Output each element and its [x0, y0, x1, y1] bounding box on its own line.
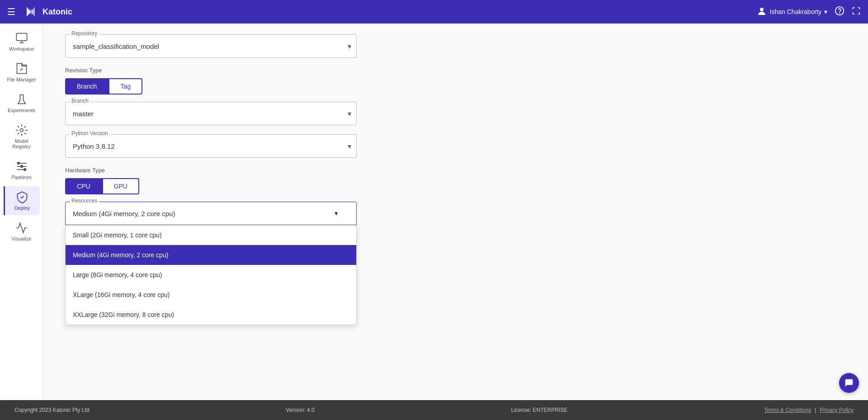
- fullscreen-icon[interactable]: [852, 6, 861, 18]
- experiments-icon: [15, 93, 28, 106]
- footer-links: Terms & Conditions | Privacy Policy: [764, 407, 854, 413]
- user-menu[interactable]: Ishan Chakraborty ▾: [756, 6, 827, 18]
- sidebar-item-pipelines[interactable]: Pipelines: [4, 156, 40, 184]
- katonic-logo-icon: [23, 4, 39, 20]
- sidebar-item-experiments[interactable]: Experiments: [4, 89, 40, 118]
- main-layout: Workspace File Manager Experiments Model…: [0, 24, 868, 400]
- branch-select-wrapper: master ▾: [65, 102, 357, 125]
- branch-button[interactable]: Branch: [65, 78, 108, 94]
- footer-separator: |: [815, 407, 816, 413]
- footer-version: Version: 4.0: [286, 407, 314, 413]
- gpu-button[interactable]: GPU: [102, 178, 139, 194]
- cpu-button[interactable]: CPU: [65, 178, 102, 194]
- user-avatar-icon: [756, 6, 767, 18]
- sidebar-label-pipelines: Pipelines: [11, 175, 32, 180]
- sidebar-label-visualize: Visualize: [12, 236, 32, 241]
- logo-text: Katonic: [42, 7, 72, 17]
- sidebar-label-model-registry: Model Registry: [5, 138, 38, 149]
- monitor-icon: [15, 32, 28, 44]
- resources-option-xxlarge[interactable]: XXLarge (32Gi memory, 8 core cpu): [66, 305, 356, 325]
- user-dropdown-icon: ▾: [824, 8, 827, 15]
- resources-dropdown-container: Resources Medium (4Gi memory, 2 core cpu…: [65, 202, 357, 225]
- hamburger-menu-icon[interactable]: ☰: [7, 6, 15, 17]
- sidebar-item-visualize[interactable]: Visualize: [4, 217, 40, 246]
- footer-copyright: Copyright 2023 Katonic Pty Ltd: [14, 407, 89, 413]
- branch-label: Branch: [70, 98, 90, 104]
- user-name: Ishan Chakraborty: [770, 8, 821, 15]
- resources-option-large[interactable]: Large (8Gi memory, 4 core cpu): [66, 265, 356, 285]
- resources-option-small[interactable]: Small (2Gi memory, 1 core cpu): [66, 225, 356, 245]
- svg-point-0: [760, 8, 764, 11]
- sidebar-label-experiments: Experiments: [8, 108, 35, 113]
- svg-point-5: [20, 129, 23, 132]
- topnav-logo: Katonic: [23, 4, 72, 20]
- privacy-link[interactable]: Privacy Policy: [820, 407, 854, 413]
- repository-group: Repository sample_classification_model ▾: [65, 34, 357, 58]
- chat-icon: [844, 378, 854, 388]
- branch-group: Branch master ▾: [65, 102, 357, 125]
- sidebar-item-workspace[interactable]: Workspace: [4, 27, 40, 56]
- sidebar-item-file-manager[interactable]: File Manager: [4, 58, 40, 87]
- resources-selected[interactable]: Medium (4Gi memory, 2 core cpu) ▾: [65, 202, 357, 225]
- resources-label: Resources: [70, 198, 99, 204]
- main-content: Repository sample_classification_model ▾…: [43, 24, 868, 400]
- sidebar-item-deploy[interactable]: Deploy: [4, 186, 40, 215]
- footer: Copyright 2023 Katonic Pty Ltd Version: …: [0, 400, 868, 420]
- sidebar: Workspace File Manager Experiments Model…: [0, 24, 43, 400]
- resources-option-medium[interactable]: Medium (4Gi memory, 2 core cpu): [66, 245, 356, 265]
- svg-point-2: [840, 13, 840, 13]
- python-version-select-wrapper: Python 3.8.12 ▾: [65, 134, 357, 158]
- svg-rect-3: [16, 33, 27, 41]
- repository-label: Repository: [70, 30, 99, 37]
- resources-option-xlarge[interactable]: XLarge (16Gi memory, 4 core cpu): [66, 285, 356, 305]
- resources-selected-text: Medium (4Gi memory, 2 core cpu): [73, 210, 175, 217]
- repository-select[interactable]: sample_classification_model: [65, 34, 357, 58]
- deploy-icon: [16, 191, 28, 203]
- help-icon[interactable]: [835, 6, 844, 18]
- resources-dropdown-arrow: ▾: [335, 209, 338, 217]
- pipelines-icon: [15, 160, 28, 173]
- tag-button[interactable]: Tag: [108, 78, 142, 94]
- visualize-icon: [15, 222, 28, 234]
- file-manager-icon: [15, 62, 28, 75]
- branch-select[interactable]: master: [65, 102, 357, 125]
- svg-point-6: [17, 162, 19, 165]
- top-navigation: ☰ Katonic Ishan Chakraborty ▾: [0, 0, 868, 24]
- topnav-right: Ishan Chakraborty ▾: [756, 6, 861, 18]
- revision-type-group: Revision Type Branch Tag: [65, 67, 846, 94]
- svg-point-7: [20, 165, 23, 168]
- repository-select-wrapper: sample_classification_model ▾: [65, 34, 357, 58]
- footer-license: License: ENTERPRISE: [511, 407, 568, 413]
- resources-group: Resources Medium (4Gi memory, 2 core cpu…: [65, 202, 846, 225]
- sidebar-label-file-manager: File Manager: [7, 77, 36, 82]
- python-version-group: Python Version Python 3.8.12 ▾: [65, 134, 357, 158]
- sidebar-item-model-registry[interactable]: Model Registry: [4, 119, 40, 154]
- chat-bubble-button[interactable]: [839, 373, 859, 393]
- hardware-type-label: Hardware Type: [65, 167, 846, 174]
- revision-type-label: Revision Type: [65, 67, 846, 74]
- hardware-type-toggle: CPU GPU: [65, 178, 846, 194]
- model-registry-icon: [15, 124, 28, 137]
- resources-dropdown-list: Small (2Gi memory, 1 core cpu) Medium (4…: [65, 225, 357, 325]
- terms-link[interactable]: Terms & Conditions: [764, 407, 811, 413]
- python-version-select[interactable]: Python 3.8.12: [65, 134, 357, 158]
- sidebar-label-deploy: Deploy: [14, 205, 30, 211]
- hardware-type-group: Hardware Type CPU GPU: [65, 167, 846, 194]
- topnav-left: ☰ Katonic: [7, 4, 72, 20]
- svg-point-8: [24, 169, 26, 171]
- revision-type-toggle: Branch Tag: [65, 78, 846, 94]
- sidebar-label-workspace: Workspace: [9, 46, 34, 52]
- python-version-label: Python Version: [70, 130, 110, 137]
